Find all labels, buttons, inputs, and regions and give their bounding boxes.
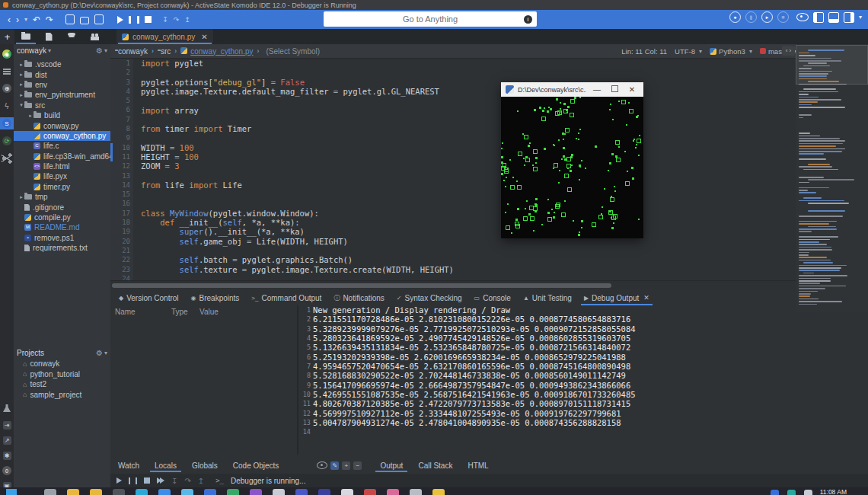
code-line-24[interactable]: 24 [110,274,796,280]
expander-icon[interactable]: ▸ [18,72,24,78]
code-line-23[interactable]: 23 self.texture = pyglet.image.Texture.c… [110,265,796,274]
panel-tab-unit-testing[interactable]: ▲Unit Testing [518,292,577,304]
save-icon[interactable] [94,14,104,24]
tree-item-src[interactable]: ▾src [14,101,110,110]
taskbar-tray-icon[interactable] [804,490,812,495]
interactive-shell-icon[interactable]: >_ [215,477,224,484]
pyglet-game-window[interactable]: D:\Dev\conwayk\src\c... — ✕ [501,82,643,238]
expander-icon[interactable]: ▾ [18,102,24,108]
code-line-20[interactable]: 20 self.game_obj = Life(WIDTH, HEIGHT) [110,237,796,246]
tree-item-requirements-txt[interactable]: requirements.txt [14,243,110,253]
panel-tab-syntax-checking[interactable]: ✓Syntax Checking [391,292,468,304]
projects-gear-caret-icon[interactable]: ▾ [104,350,107,356]
step-out-icon[interactable]: ↥ [184,15,190,24]
select-symbol[interactable]: (Select Symbol) [266,47,321,56]
toggle-left-pane-icon[interactable] [813,12,824,23]
profiler-rail-icon[interactable]: ↗ [0,434,14,446]
taskbar-app-icon[interactable] [158,489,171,495]
code-line-9[interactable]: 9 [110,133,796,142]
macro-save-icon[interactable]: ■ [777,11,789,23]
close-icon[interactable]: ✕ [625,85,639,94]
code-line-14[interactable]: 14from life import Life [110,180,796,190]
code-line-22[interactable]: 22 self.batch = pyglet.graphics.Batch() [110,255,796,264]
step-over-icon[interactable]: ↷ [174,15,180,24]
code-line-16[interactable]: 16 [110,199,796,208]
code-line-6[interactable]: 6import array [110,105,796,114]
step-in-icon[interactable]: ↧ [162,15,168,24]
breadcrumb-item-src[interactable]: src [158,47,171,56]
taskbar-app-icon[interactable] [204,489,216,495]
tree-item--vscode[interactable]: ▸.vscode [14,59,110,69]
snippets-rail-icon[interactable]: ✱ [0,449,14,461]
panes-dropdown-icon[interactable]: ▾ [859,13,862,22]
places-header[interactable]: conwayk ▾ ⚙ ▾ [14,44,110,57]
remove-watch-icon[interactable]: − [353,461,362,470]
back-icon[interactable]: ‹ [8,15,11,24]
code-line-1[interactable]: 1import pyglet [110,59,796,68]
code-line-19[interactable]: 19 super().__init__(*a, **ka) [110,227,796,236]
variables-column-type[interactable]: Type [171,308,199,316]
project-item-conwayk[interactable]: ⌂conwayk [14,359,110,369]
expander-icon[interactable]: ▸ [27,113,34,119]
add-watch-icon[interactable]: + [342,461,350,470]
taskbar-app-icon[interactable] [227,489,239,495]
minimize-icon[interactable]: — [590,85,604,94]
redo-icon[interactable]: ↷ [46,15,53,24]
close-tab-icon[interactable]: ✕ [201,33,207,41]
code-line-5[interactable]: 5 [110,96,796,105]
collaboration-pane-tab[interactable] [83,29,106,44]
code-line-7[interactable]: 7 [110,115,796,124]
tree-item-dist[interactable]: ▸dist [14,69,110,79]
panel-tab-breakpoints[interactable]: ◉Breakpoints [186,292,245,304]
projects-gear-icon[interactable]: ⚙ [96,349,103,357]
taskbar-app-icon[interactable] [341,489,353,495]
panel-tab-notifications[interactable]: ⓘNotifications [328,292,389,304]
taskbar-tray-icon[interactable] [787,490,796,495]
taskbar-app-icon[interactable] [181,489,193,495]
taskbar-app-icon[interactable] [432,489,445,495]
code-line-15[interactable]: 15 [110,190,796,199]
publish-globe-icon[interactable]: ⊕ [0,82,14,94]
code-line-10[interactable]: 10WIDTH = 100 [110,143,796,152]
taskbar-app-icon[interactable] [90,489,102,495]
watch-eye-icon[interactable] [317,461,327,469]
undo-icon[interactable]: ↶ [33,15,40,24]
code-line-17[interactable]: 17class MyWindow(pyglet.window.Window): [110,209,796,218]
tree-item-life-pyx[interactable]: life.pyx [14,171,110,181]
sync-icon[interactable]: ⟳ [0,135,14,147]
project-item-test2[interactable]: ⌂test2 [14,379,110,390]
tree-item-build[interactable]: ▸build [14,110,110,120]
edit-watch-icon[interactable]: ✎ [330,461,339,470]
expander-icon[interactable]: ▸ [18,62,24,68]
minimap[interactable]: ‹› [796,44,868,312]
expander-icon[interactable]: ▸ [18,81,24,88]
taskbar-app-icon[interactable] [250,489,262,495]
windows-start-icon[interactable] [6,489,17,495]
taskbar-app-icon[interactable] [113,489,125,495]
tree-item-readme-md[interactable]: MREADME.md [14,222,110,232]
subtab-html[interactable]: HTML [460,458,496,472]
expander-icon[interactable]: ▸ [18,92,24,98]
code-line-8[interactable]: 8from timer import Timer [110,124,796,133]
debug-step-out-icon[interactable]: ↥ [198,477,204,485]
language-selector[interactable]: Python3▾ [710,47,752,56]
code-line-4[interactable]: 4pyglet.image.Texture.default_mag_filter… [110,87,796,96]
code-line-13[interactable]: 13 [110,171,796,180]
debug-output-pane[interactable]: 1New generation / Display rendering / Dr… [298,305,868,455]
tree-item-env[interactable]: ▸env [14,80,110,90]
code-line-18[interactable]: 18 def __init__(self, *a, **ka): [110,218,796,227]
taskbar-app-icon[interactable] [318,489,330,495]
debug-run-to-end-icon[interactable] [157,477,164,484]
game-window-titlebar[interactable]: D:\Dev\conwayk\src\c... — ✕ [501,82,643,97]
about-rail-icon[interactable]: 0 [0,465,14,477]
open-file-icon[interactable] [80,17,89,24]
share-icon[interactable] [0,152,14,164]
state-tool-icon[interactable]: S [0,117,14,129]
tree-item-life-html[interactable]: <>life.html [14,161,110,171]
projects-header[interactable]: Projects ⚙ ▾ [14,346,110,359]
subtab-output[interactable]: Output [372,458,410,472]
debug-step-over-icon[interactable]: ↷ [184,477,190,485]
variables-column-value[interactable]: Value [199,308,219,316]
project-item-sample_project[interactable]: ⌂sample_project [14,390,110,401]
menu-icon[interactable] [0,65,14,78]
